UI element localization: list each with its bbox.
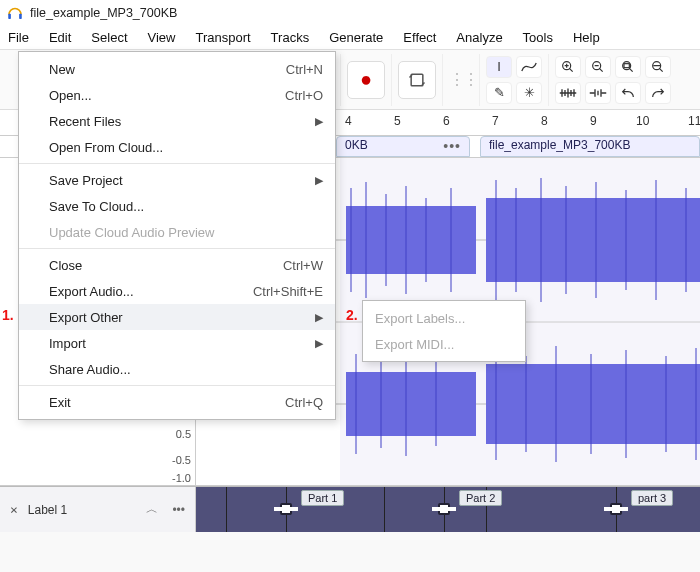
fit-selection-icon[interactable] xyxy=(615,56,641,78)
menu-item-exit[interactable]: ExitCtrl+Q xyxy=(19,389,335,415)
amp-scale: -1.0 xyxy=(172,472,191,484)
menu-item-export-audio[interactable]: Export Audio...Ctrl+Shift+E xyxy=(19,278,335,304)
svg-rect-6 xyxy=(624,63,629,67)
envelope-tool-icon[interactable] xyxy=(516,56,542,78)
menu-item-open[interactable]: Open...Ctrl+O xyxy=(19,82,335,108)
menu-item-save-project[interactable]: Save Project▶ xyxy=(19,167,335,193)
svg-rect-2 xyxy=(411,74,423,86)
svg-rect-1 xyxy=(19,14,22,19)
toolbar-drag-icon[interactable]: ⋮⋮ xyxy=(449,70,477,89)
menu-item-open-from-cloud[interactable]: Open From Cloud... xyxy=(19,134,335,160)
label-track-name: Label 1 xyxy=(28,503,137,517)
menu-item-import[interactable]: Import▶ xyxy=(19,330,335,356)
menu-item-export-other[interactable]: Export Other▶ xyxy=(19,304,335,330)
menu-item-update-cloud-preview: Update Cloud Audio Preview xyxy=(19,219,335,245)
menu-separator xyxy=(19,163,335,164)
label-track: × Label 1 ︿ ••• Part 1 Part 2 part 3 xyxy=(0,486,700,532)
clip-tab[interactable]: file_example_MP3_700KB xyxy=(480,136,700,157)
trim-icon[interactable] xyxy=(555,82,581,104)
menu-item-share-audio[interactable]: Share Audio... xyxy=(19,356,335,382)
menu-analyze[interactable]: Analyze xyxy=(446,28,512,47)
waveform-lower xyxy=(346,364,700,444)
svg-rect-12 xyxy=(486,198,700,282)
ruler-number: 6 xyxy=(443,114,450,128)
clip-menu-icon[interactable]: ••• xyxy=(443,138,461,155)
menu-edit[interactable]: Edit xyxy=(39,28,81,47)
svg-rect-28 xyxy=(346,372,476,436)
menu-separator xyxy=(19,385,335,386)
title-bar: file_example_MP3_700KB xyxy=(0,0,700,26)
file-menu: NewCtrl+N Open...Ctrl+O Recent Files▶ Op… xyxy=(18,51,336,420)
zoom-out-icon[interactable] xyxy=(585,56,611,78)
chevron-right-icon: ▶ xyxy=(315,337,323,350)
submenu-export-midi[interactable]: Export MIDI... xyxy=(363,331,525,357)
svg-rect-29 xyxy=(486,364,700,444)
label-lane[interactable]: Part 1 Part 2 part 3 xyxy=(196,487,700,532)
menu-item-recent-files[interactable]: Recent Files▶ xyxy=(19,108,335,134)
menu-effect[interactable]: Effect xyxy=(393,28,446,47)
chevron-up-icon[interactable]: ︿ xyxy=(142,501,162,518)
menu-tools[interactable]: Tools xyxy=(513,28,563,47)
menu-generate[interactable]: Generate xyxy=(319,28,393,47)
chevron-right-icon: ▶ xyxy=(315,115,323,128)
loop-button[interactable] xyxy=(398,61,436,99)
clip-label: file_example_MP3_700KB xyxy=(489,138,630,152)
record-button[interactable]: ● xyxy=(347,61,385,99)
menu-item-new[interactable]: NewCtrl+N xyxy=(19,56,335,82)
redo-icon[interactable] xyxy=(645,82,671,104)
draw-tool-icon[interactable]: ✎ xyxy=(486,82,512,104)
menu-bar: File Edit Select View Transport Tracks G… xyxy=(0,26,700,50)
waveform-upper xyxy=(346,198,700,282)
menu-tracks[interactable]: Tracks xyxy=(261,28,320,47)
annotation-number-1: 1. xyxy=(2,307,14,323)
clip-label: 0KB xyxy=(345,138,368,155)
submenu-export-labels[interactable]: Export Labels... xyxy=(363,305,525,331)
amp-scale: 0.5 xyxy=(176,428,191,440)
menu-item-save-to-cloud[interactable]: Save To Cloud... xyxy=(19,193,335,219)
multi-tool-icon[interactable]: ✳ xyxy=(516,82,542,104)
ruler-number: 10 xyxy=(636,114,649,128)
menu-select[interactable]: Select xyxy=(81,28,137,47)
ruler-number: 11 xyxy=(688,114,700,128)
menu-view[interactable]: View xyxy=(138,28,186,47)
menu-file[interactable]: File xyxy=(4,28,39,47)
amp-scale: -0.5 xyxy=(172,454,191,466)
track-menu-icon[interactable]: ••• xyxy=(168,503,189,517)
label-tag[interactable]: part 3 xyxy=(631,490,673,506)
close-icon[interactable]: × xyxy=(6,502,22,517)
menu-help[interactable]: Help xyxy=(563,28,610,47)
ruler-number: 9 xyxy=(590,114,597,128)
chevron-right-icon: ▶ xyxy=(315,311,323,324)
menu-separator xyxy=(19,248,335,249)
annotation-number-2: 2. xyxy=(346,307,358,323)
app-icon xyxy=(6,4,24,22)
ruler-number: 4 xyxy=(345,114,352,128)
selection-tool-icon[interactable]: I xyxy=(486,56,512,78)
window-title: file_example_MP3_700KB xyxy=(30,6,177,20)
label-tag[interactable]: Part 2 xyxy=(459,490,502,506)
ruler-number: 5 xyxy=(394,114,401,128)
label-track-header[interactable]: × Label 1 ︿ ••• xyxy=(0,487,196,532)
menu-transport[interactable]: Transport xyxy=(185,28,260,47)
clip-tab[interactable]: 0KB ••• xyxy=(336,136,470,157)
undo-icon[interactable] xyxy=(615,82,641,104)
ruler-number: 8 xyxy=(541,114,548,128)
svg-rect-0 xyxy=(8,14,11,19)
label-tag[interactable]: Part 1 xyxy=(301,490,344,506)
chevron-right-icon: ▶ xyxy=(315,174,323,187)
export-other-submenu: Export Labels... Export MIDI... xyxy=(362,300,526,362)
fit-project-icon[interactable] xyxy=(645,56,671,78)
ruler-number: 7 xyxy=(492,114,499,128)
silence-icon[interactable] xyxy=(585,82,611,104)
menu-item-close[interactable]: CloseCtrl+W xyxy=(19,252,335,278)
zoom-in-icon[interactable] xyxy=(555,56,581,78)
